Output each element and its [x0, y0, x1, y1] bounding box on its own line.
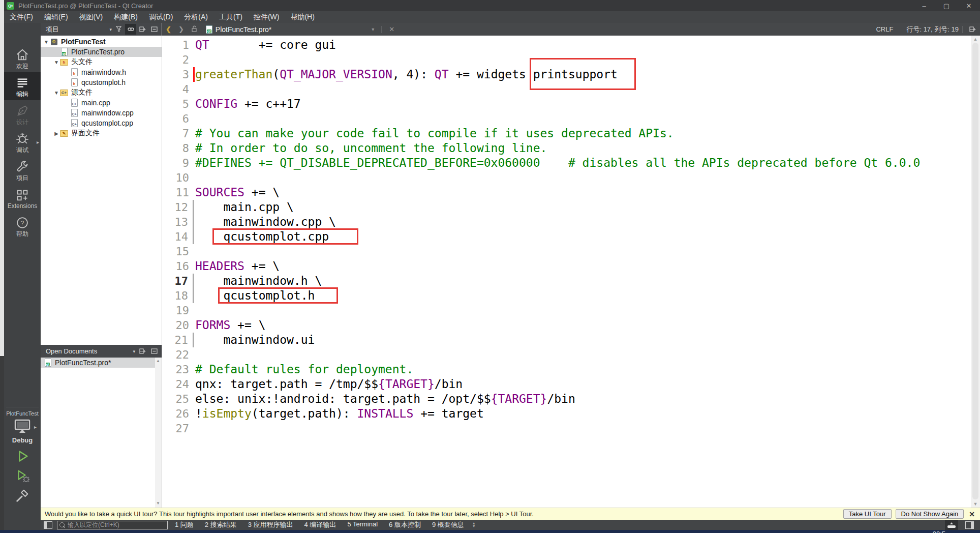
code-text[interactable]	[194, 52, 195, 67]
code-text[interactable]	[194, 421, 195, 436]
code-text[interactable]: main.cpp \	[194, 200, 294, 215]
code-line-26[interactable]: 26!isEmpty(target.path): INSTALLS += tar…	[162, 406, 971, 421]
code-line-17[interactable]: 17 mainwindow.h \	[162, 274, 971, 288]
build-hammer-button[interactable]	[15, 488, 30, 504]
cursor-position-indicator[interactable]: 行号: 17, 列号: 19	[906, 25, 959, 34]
menu-item-7[interactable]: 控件(W)	[248, 11, 285, 23]
code-line-18[interactable]: 18 qcustomplot.h	[162, 288, 971, 303]
code-line-11[interactable]: 11SOURCES += \	[162, 185, 971, 200]
maximize-button[interactable]: ▢	[935, 0, 958, 11]
output-pane-button-9[interactable]: 9 概要信息	[432, 520, 464, 529]
code-text[interactable]: QT += core gui	[194, 38, 336, 52]
scroll-up-icon[interactable]: ▲	[156, 359, 160, 363]
scroll-down-icon[interactable]: ▼	[971, 501, 980, 507]
output-pane-button-6[interactable]: 6 版本控制	[389, 520, 421, 529]
code-line-8[interactable]: 8# In order to do so, uncomment the foll…	[162, 141, 971, 156]
right-panel-toggle-icon[interactable]	[965, 521, 974, 529]
take-ui-tour-button[interactable]: Take UI Tour	[843, 509, 892, 519]
code-text[interactable]: else: unix:!android: target.path = /opt/…	[194, 392, 575, 406]
code-line-5[interactable]: 5CONFIG += c++17	[162, 97, 971, 111]
output-pane-button-5[interactable]: 5 Terminal	[347, 520, 378, 529]
code-line-19[interactable]: 19	[162, 303, 971, 318]
code-line-12[interactable]: 12 main.cpp \	[162, 200, 971, 215]
chevron-open-icon[interactable]: ▼	[53, 90, 60, 96]
code-text[interactable]: !isEmpty(target.path): INSTALLS += targe…	[194, 406, 484, 421]
code-text[interactable]: # In order to do so, uncomment the follo…	[194, 141, 547, 156]
chevron-down-icon[interactable]: ▾	[368, 26, 378, 32]
line-ending-indicator[interactable]: CRLF	[876, 25, 893, 33]
sidebar-mode-项目[interactable]: 项目	[4, 156, 41, 184]
code-line-14[interactable]: 14 qcustomplot.cpp	[162, 229, 971, 244]
sidebar-mode-帮助[interactable]: ?帮助	[4, 212, 41, 240]
code-line-24[interactable]: 24qnx: target.path = /tmp/$${TARGET}/bin	[162, 377, 971, 392]
close-icon[interactable]: ✕	[969, 510, 975, 518]
split-new-icon[interactable]	[137, 346, 148, 357]
back-arrow-icon[interactable]: ❮	[162, 25, 175, 33]
unlocked-icon[interactable]	[188, 25, 201, 34]
code-text[interactable]: qcustomplot.cpp	[194, 229, 329, 244]
hide-panel-icon[interactable]	[148, 24, 160, 35]
minimize-button[interactable]: –	[913, 0, 935, 11]
left-panel-toggle-icon[interactable]	[44, 521, 52, 529]
code-line-27[interactable]: 27	[162, 421, 971, 436]
code-text[interactable]: mainwindow.cpp \	[194, 215, 336, 229]
editor-scrollbar[interactable]: ▲ ▼	[971, 36, 980, 508]
sync-with-editor-icon[interactable]	[125, 24, 136, 35]
code-text[interactable]: mainwindow.ui	[194, 333, 315, 347]
output-pane-button-1[interactable]: 1 问题	[175, 520, 194, 529]
code-text[interactable]	[194, 244, 195, 259]
code-line-13[interactable]: 13 mainwindow.cpp \	[162, 215, 971, 229]
code-line-25[interactable]: 25else: unix:!android: target.path = /op…	[162, 392, 971, 406]
sidebar-mode-extensions[interactable]: Extensions	[4, 184, 41, 212]
code-text[interactable]: # Default rules for deployment.	[194, 362, 413, 377]
code-line-23[interactable]: 23# Default rules for deployment.	[162, 362, 971, 377]
tree-row--[interactable]: ▶✎界面文件	[41, 128, 162, 138]
chevron-open-icon[interactable]: ▼	[43, 39, 50, 45]
sidebar-mode-欢迎[interactable]: 欢迎	[4, 44, 41, 72]
debug-run-button[interactable]	[15, 468, 30, 484]
output-pane-button-3[interactable]: 3 应用程序输出	[248, 520, 293, 529]
menu-item-4[interactable]: 调试(D)	[143, 11, 178, 23]
output-pane-button-4[interactable]: 4 编译输出	[304, 520, 336, 529]
tree-row-plotfunctest.pro[interactable]: qtPlotFuncTest.pro	[41, 47, 162, 57]
hide-panel-icon[interactable]	[148, 346, 160, 357]
split-new-icon[interactable]	[137, 24, 148, 35]
pane-dropdown-icon[interactable]: ▾	[133, 349, 135, 354]
output-pane-button-2[interactable]: 2 搜索结果	[205, 520, 237, 529]
menu-item-3[interactable]: 构建(B)	[108, 11, 143, 23]
code-text[interactable]: greaterThan(QT_MAJOR_VERSION, 4): QT += …	[194, 67, 618, 82]
open-document-row[interactable]: qtPlotFuncTest.pro*	[41, 358, 162, 368]
code-line-3[interactable]: 3greaterThan(QT_MAJOR_VERSION, 4): QT +=…	[162, 67, 971, 82]
code-text[interactable]: qcustomplot.h	[194, 288, 315, 303]
code-text[interactable]	[194, 347, 195, 362]
code-line-22[interactable]: 22	[162, 347, 971, 362]
tree-row-qcustomplot.cpp[interactable]: C+qcustomplot.cpp	[41, 118, 162, 128]
tree-row-qcustomplot.h[interactable]: hqcustomplot.h	[41, 77, 162, 87]
monitor-icon[interactable]: ▸	[12, 418, 33, 435]
code-line-15[interactable]: 15	[162, 244, 971, 259]
code-text[interactable]: qnx: target.path = /tmp/$${TARGET}/bin	[194, 377, 463, 392]
locator[interactable]	[57, 521, 168, 529]
tree-row-mainwindow.cpp[interactable]: C+mainwindow.cpp	[41, 108, 162, 118]
code-text[interactable]	[194, 82, 195, 97]
scroll-up-icon[interactable]: ▲	[971, 37, 980, 42]
sidebar-mode-调试[interactable]: 调试▸	[4, 128, 41, 156]
code-editor[interactable]: 1QT += core gui23greaterThan(QT_MAJOR_VE…	[162, 36, 971, 508]
menu-item-8[interactable]: 帮助(H)	[285, 11, 320, 23]
run-button[interactable]	[15, 449, 30, 464]
code-text[interactable]	[194, 303, 195, 318]
code-line-1[interactable]: 1QT += core gui	[162, 38, 971, 52]
scrollbar-thumb[interactable]	[972, 43, 978, 499]
code-line-21[interactable]: 21 mainwindow.ui	[162, 333, 971, 347]
tree-row--[interactable]: ▼C+源文件	[41, 87, 162, 98]
code-text[interactable]: mainwindow.h \	[194, 274, 322, 288]
tree-row-plotfunctest[interactable]: ▼⚙PlotFuncTest	[41, 37, 162, 47]
menu-item-5[interactable]: 分析(A)	[178, 11, 213, 23]
menu-item-2[interactable]: 视图(V)	[74, 11, 109, 23]
scroll-down-icon[interactable]: ▼	[156, 501, 160, 506]
code-line-10[interactable]: 10	[162, 170, 971, 185]
code-text[interactable]	[194, 111, 195, 126]
code-text[interactable]: SOURCES += \	[194, 185, 280, 200]
do-not-show-again-button[interactable]: Do Not Show Again	[896, 509, 964, 519]
code-text[interactable]: CONFIG += c++17	[194, 97, 301, 111]
